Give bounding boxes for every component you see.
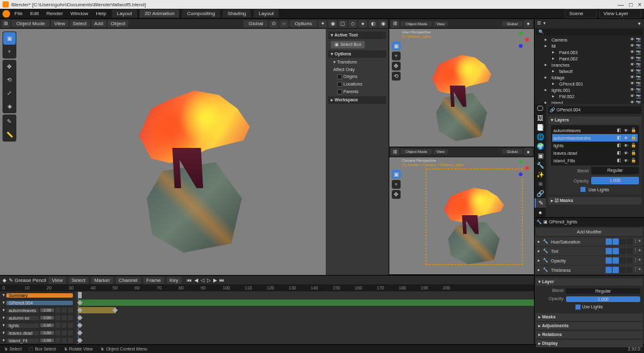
- opacity-slider[interactable]: 1.000: [566, 296, 640, 302]
- mod-menu-icon[interactable]: ⋮: [633, 248, 638, 254]
- modifier-row[interactable]: ▸🔧Opacity⋮×: [535, 256, 643, 265]
- close-icon[interactable]: ×: [638, 238, 641, 245]
- layer-mask-icon[interactable]: ◧: [617, 150, 621, 155]
- expand-icon[interactable]: ▾: [3, 308, 5, 313]
- prop-tab-render[interactable]: 🖵: [535, 104, 546, 113]
- expand-icon[interactable]: ▾: [3, 293, 5, 298]
- xray-icon[interactable]: ▢: [338, 20, 347, 28]
- mod-realtime-toggle[interactable]: [613, 257, 619, 264]
- render-toggle-icon[interactable]: 📷: [636, 75, 641, 80]
- channel-mask-toggle[interactable]: [55, 323, 60, 328]
- outliner-item[interactable]: ▸lights.001👁📷: [535, 87, 644, 93]
- layer-visibility-icon[interactable]: 👁: [624, 143, 628, 148]
- channel-opacity[interactable]: 1.00: [40, 331, 54, 335]
- playback-play-icon[interactable]: ▷: [207, 277, 211, 283]
- mod-render-toggle[interactable]: [619, 248, 626, 254]
- channel-mask-toggle[interactable]: [55, 338, 60, 343]
- maximize-button[interactable]: □: [629, 1, 633, 8]
- keyframe[interactable]: [77, 330, 82, 335]
- options-dropdown[interactable]: Options: [289, 20, 317, 27]
- layer-lock-icon[interactable]: 🔓: [631, 128, 636, 133]
- visibility-toggle-icon[interactable]: 👁: [630, 87, 635, 92]
- mod-extra-toggle[interactable]: [626, 238, 633, 245]
- workspace-tab-layout2[interactable]: Layout: [253, 9, 279, 18]
- mod-realtime-toggle[interactable]: [613, 238, 619, 245]
- menu-render[interactable]: Render: [43, 9, 66, 18]
- keyframe-track[interactable]: [75, 314, 534, 322]
- outliner-item[interactable]: ▸Paint.002👁📷: [535, 55, 644, 62]
- channel-row[interactable]: ▾lights1.00: [0, 322, 75, 329]
- vp-menu-view[interactable]: View: [433, 21, 448, 26]
- editor-type-icon[interactable]: ⊞: [1, 20, 10, 28]
- tool-cursor[interactable]: +: [392, 180, 401, 189]
- shading-icon[interactable]: ●: [524, 20, 533, 28]
- gp-layer-row[interactable]: island_Fills◧👁🔓: [552, 157, 638, 164]
- channel-hide-toggle[interactable]: [62, 323, 67, 328]
- outliner-item[interactable]: ▸fill👁📷: [535, 43, 644, 49]
- visibility-toggle-icon[interactable]: 👁: [630, 43, 635, 48]
- viewlayer-selector[interactable]: View Layer: [599, 9, 641, 18]
- channel-lock-toggle[interactable]: [68, 338, 73, 343]
- prop-tab-modifiers[interactable]: 🔧: [535, 160, 546, 170]
- visibility-toggle-icon[interactable]: 👁: [630, 69, 635, 74]
- channel-hide-toggle[interactable]: [62, 338, 67, 343]
- expand-icon[interactable]: ▾: [3, 323, 5, 328]
- channel-row[interactable]: ▾autumn ex1.00: [0, 314, 75, 322]
- channel-opacity[interactable]: 1.00: [40, 316, 54, 320]
- keyframe[interactable]: [77, 338, 82, 343]
- channel-hide-toggle[interactable]: [62, 315, 67, 320]
- gizmo-toggle-icon[interactable]: ✦: [318, 20, 327, 28]
- mod-render-toggle[interactable]: [619, 238, 626, 245]
- prop-tab-effects[interactable]: ✨: [535, 170, 546, 179]
- prop-tab-world[interactable]: 🌍: [535, 142, 546, 151]
- tool-annotate[interactable]: ✎: [3, 115, 16, 128]
- close-icon[interactable]: ×: [638, 257, 641, 264]
- keyframe-tracks[interactable]: [75, 291, 534, 344]
- mod-realtime-toggle[interactable]: [613, 248, 619, 254]
- channel-opacity[interactable]: 1.00: [40, 308, 54, 312]
- tl-menu-channel[interactable]: Channel: [116, 277, 141, 284]
- datablock-breadcrumb[interactable]: 🔗 GPencil.004: [548, 106, 641, 114]
- layer-panel-header[interactable]: ▾ Layer: [536, 278, 643, 286]
- menu-file[interactable]: File: [11, 9, 26, 18]
- outliner-filter-funnel-icon[interactable]: ▼: [637, 21, 641, 26]
- channel-lock-toggle[interactable]: [68, 308, 73, 313]
- editor-type-icon[interactable]: ◆: [3, 277, 6, 283]
- keyframe[interactable]: [77, 315, 82, 320]
- mod-edit-toggle[interactable]: [606, 257, 612, 264]
- vp-menu-view[interactable]: View: [433, 149, 448, 154]
- playback-end-icon[interactable]: ⏭: [219, 277, 225, 283]
- tool-scale[interactable]: ⤢: [3, 87, 16, 99]
- vp-menu-view[interactable]: View: [51, 20, 68, 27]
- expand-icon[interactable]: ▸: [538, 249, 540, 254]
- mod-extra-toggle[interactable]: [626, 248, 633, 254]
- tool-transform[interactable]: ◈: [3, 100, 16, 113]
- editor-type-icon[interactable]: ⊞: [391, 20, 399, 28]
- blend-dropdown[interactable]: Regular: [566, 288, 640, 294]
- locations-checkbox[interactable]: [337, 82, 342, 87]
- masks-panel-header[interactable]: ▸ ☑ Masks: [548, 197, 641, 205]
- menu-edit[interactable]: Edit: [27, 9, 42, 18]
- playback-play-reverse-icon[interactable]: ◁: [201, 277, 204, 283]
- mod-extra-toggle[interactable]: [626, 267, 633, 273]
- tool-move[interactable]: ✥: [3, 60, 16, 73]
- shading-wireframe-icon[interactable]: ◇: [348, 20, 357, 28]
- prop-tab-physics[interactable]: ⚛: [535, 179, 546, 189]
- keyframe[interactable]: [77, 323, 82, 328]
- orientation-dropdown[interactable]: Global: [502, 21, 523, 26]
- tool-select-box[interactable]: ▣: [3, 32, 16, 45]
- blender-logo-icon[interactable]: [3, 10, 10, 18]
- channel-hide-toggle[interactable]: [62, 330, 67, 335]
- tool-rotate[interactable]: ⟲: [3, 74, 16, 86]
- tool-move[interactable]: ✥: [392, 190, 401, 199]
- expand-icon[interactable]: ▾: [3, 315, 5, 320]
- channel-mask-toggle[interactable]: [55, 315, 60, 320]
- render-toggle-icon[interactable]: 📷: [636, 43, 641, 48]
- channel-lock-toggle[interactable]: [68, 315, 73, 320]
- dopesheet-mode-dropdown[interactable]: ✎ Grease Pencil: [9, 277, 46, 283]
- prop-tab-output[interactable]: 🖼: [535, 113, 546, 123]
- tool-select[interactable]: ▣: [392, 170, 401, 179]
- blend-dropdown[interactable]: Regular: [591, 167, 639, 174]
- layer-mask-icon[interactable]: ◧: [617, 135, 621, 140]
- viewport-tr-canvas[interactable]: User Perspective (1) GPencil_lights ▣ + …: [389, 29, 534, 147]
